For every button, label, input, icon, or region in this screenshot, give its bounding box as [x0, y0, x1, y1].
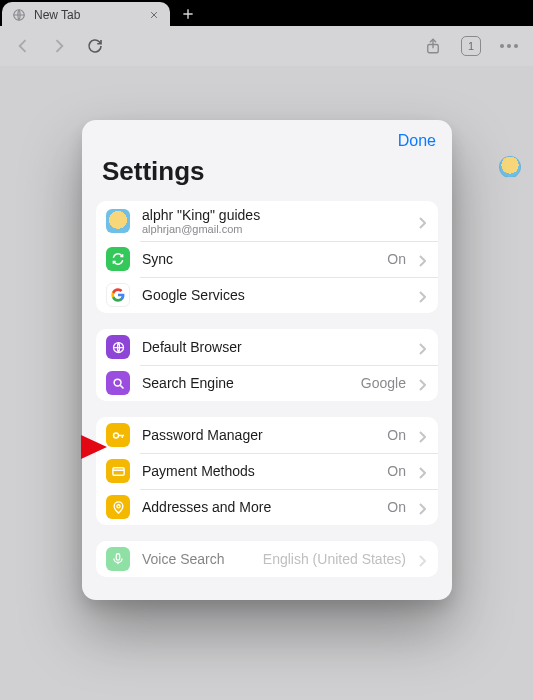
sync-icon — [106, 247, 130, 271]
chevron-right-icon — [418, 289, 426, 301]
svg-rect-7 — [116, 554, 120, 560]
new-tab-button[interactable] — [176, 2, 200, 26]
chevron-right-icon — [418, 465, 426, 477]
chevron-right-icon — [418, 429, 426, 441]
row-value: Google — [361, 375, 406, 391]
modal-header: Done — [82, 120, 452, 150]
google-icon — [106, 283, 130, 307]
settings-group-more: Voice Search English (United States) — [96, 541, 438, 577]
tab-title: New Tab — [34, 8, 140, 22]
chevron-right-icon — [418, 377, 426, 389]
profile-avatar-icon — [106, 209, 130, 233]
tabs-count: 1 — [461, 36, 481, 56]
settings-group-account: alphr "King" guides alphrjan@gmail.com S… — [96, 201, 438, 313]
settings-groups: alphr "King" guides alphrjan@gmail.com S… — [82, 201, 452, 600]
row-default-browser[interactable]: Default Browser — [96, 329, 438, 365]
settings-group-autofill: Password Manager On Payment Methods On A… — [96, 417, 438, 525]
svg-point-6 — [116, 504, 119, 507]
account-name: alphr "King" guides — [142, 207, 406, 223]
row-label: Voice Search — [142, 551, 251, 567]
settings-modal: Done Settings alphr "King" guides alphrj… — [82, 120, 452, 600]
row-value: English (United States) — [263, 551, 406, 567]
chevron-right-icon — [418, 215, 426, 227]
account-email: alphrjan@gmail.com — [142, 223, 406, 235]
row-label: Google Services — [142, 287, 406, 303]
search-icon — [106, 371, 130, 395]
row-value: On — [387, 427, 406, 443]
more-button[interactable] — [497, 34, 521, 58]
row-addresses[interactable]: Addresses and More On — [96, 489, 438, 525]
credit-card-icon — [106, 459, 130, 483]
globe-icon — [12, 8, 26, 22]
row-label: Payment Methods — [142, 463, 375, 479]
row-value: On — [387, 499, 406, 515]
row-label: Search Engine — [142, 375, 349, 391]
share-button[interactable] — [421, 34, 445, 58]
row-account[interactable]: alphr "King" guides alphrjan@gmail.com — [96, 201, 438, 241]
row-label: Default Browser — [142, 339, 406, 355]
globe-square-icon — [106, 335, 130, 359]
browser-tab-active[interactable]: New Tab — [2, 2, 170, 28]
row-label: Sync — [142, 251, 375, 267]
browser-toolbar: 1 — [0, 26, 533, 66]
svg-point-4 — [113, 433, 118, 438]
profile-avatar-page[interactable] — [499, 156, 521, 178]
modal-title: Settings — [82, 150, 452, 201]
row-sync[interactable]: Sync On — [96, 241, 438, 277]
chevron-right-icon — [418, 553, 426, 565]
row-value: On — [387, 463, 406, 479]
browser-tab-strip: New Tab — [0, 0, 533, 28]
settings-group-browser: Default Browser Search Engine Google — [96, 329, 438, 401]
chevron-right-icon — [418, 501, 426, 513]
reload-button[interactable] — [84, 35, 106, 57]
tabs-button[interactable]: 1 — [459, 34, 483, 58]
row-search-engine[interactable]: Search Engine Google — [96, 365, 438, 401]
close-icon[interactable] — [148, 9, 160, 21]
row-label: Password Manager — [142, 427, 375, 443]
row-value: On — [387, 251, 406, 267]
row-label: Addresses and More — [142, 499, 375, 515]
chevron-right-icon — [418, 341, 426, 353]
svg-point-3 — [114, 379, 121, 386]
row-password-manager[interactable]: Password Manager On — [96, 417, 438, 453]
row-voice-search[interactable]: Voice Search English (United States) — [96, 541, 438, 577]
row-payment-methods[interactable]: Payment Methods On — [96, 453, 438, 489]
chevron-right-icon — [418, 253, 426, 265]
key-icon — [106, 423, 130, 447]
pin-icon — [106, 495, 130, 519]
row-google-services[interactable]: Google Services — [96, 277, 438, 313]
back-button[interactable] — [12, 35, 34, 57]
svg-rect-5 — [112, 467, 123, 475]
forward-button[interactable] — [48, 35, 70, 57]
mic-icon — [106, 547, 130, 571]
done-button[interactable]: Done — [398, 132, 436, 150]
